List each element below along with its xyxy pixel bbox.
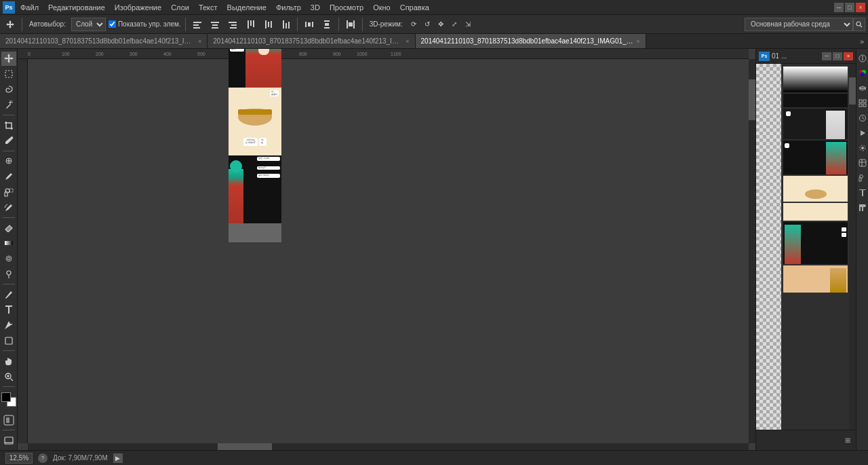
- quick-mask-button[interactable]: [1, 413, 16, 427]
- tab-1[interactable]: 20140412110103_8701837513d8bdb01efbac4ae…: [208, 34, 415, 48]
- svg-rect-13: [268, 22, 269, 27]
- align-left-button[interactable]: [190, 17, 205, 32]
- menu-window[interactable]: Окно: [369, 2, 395, 13]
- auto-select-dropdown[interactable]: Слой: [71, 18, 106, 31]
- zoom-input[interactable]: 12,5%: [5, 453, 33, 464]
- lasso-tool-button[interactable]: [1, 83, 16, 97]
- text-tool-button[interactable]: [1, 303, 16, 317]
- 3d-roll-button[interactable]: ↺: [422, 17, 433, 32]
- 3d-pan-button[interactable]: ✥: [435, 17, 446, 32]
- panel-6-icon[interactable]: [857, 126, 868, 140]
- thumb-8: [783, 265, 848, 293]
- brush-tool-button[interactable]: [1, 170, 16, 184]
- 3d-slide-button[interactable]: ⤢: [449, 17, 460, 32]
- tab-2[interactable]: 20140412110103_8701837513d8bdb01efbac4ae…: [416, 34, 646, 48]
- svg-rect-4: [212, 24, 218, 26]
- zoom-help-button[interactable]: ?: [38, 453, 47, 463]
- panel-11-icon[interactable]: [857, 201, 868, 215]
- screen-mode-button[interactable]: [1, 433, 16, 447]
- show-transform-label: Показать упр. элем.: [118, 20, 181, 28]
- crop-tool-button[interactable]: [1, 118, 16, 132]
- v-scrollbar-thumb[interactable]: [749, 79, 755, 120]
- menu-layers[interactable]: Слои: [167, 2, 193, 13]
- color-swatch[interactable]: [1, 392, 16, 407]
- workspace-search-button[interactable]: [853, 18, 865, 31]
- menu-image[interactable]: Изображение: [111, 2, 165, 13]
- panel-icon-1[interactable]: ⊞: [842, 435, 853, 446]
- tab-2-close[interactable]: ×: [636, 38, 639, 45]
- panel-close-button[interactable]: ×: [844, 52, 853, 60]
- tab-1-close[interactable]: ×: [406, 38, 409, 45]
- tab-0[interactable]: 20140412110103_8701837513d8bdb01efbac4ae…: [0, 34, 208, 48]
- minimize-button[interactable]: ─: [834, 3, 844, 12]
- tab-0-close[interactable]: ×: [198, 38, 201, 45]
- v-scrollbar[interactable]: [749, 59, 755, 443]
- hand-tool-button[interactable]: [1, 354, 16, 368]
- panel-vscrollbar[interactable]: [849, 64, 856, 430]
- workspace-dropdown[interactable]: Основная рабочая среда: [745, 18, 853, 31]
- h-scrollbar-thumb[interactable]: [218, 443, 272, 450]
- shape-tool-button[interactable]: [1, 334, 16, 348]
- align-center-button[interactable]: [208, 17, 222, 32]
- menu-filter[interactable]: Фильтр: [272, 2, 305, 13]
- panel-minimize-button[interactable]: ─: [822, 52, 831, 60]
- align-bottom-button[interactable]: [278, 17, 293, 32]
- panel-5-icon[interactable]: [857, 111, 868, 125]
- 3d-rotate-button[interactable]: ⟳: [408, 17, 419, 32]
- panel-10-icon[interactable]: [857, 186, 868, 200]
- path-select-button[interactable]: [1, 318, 16, 333]
- panel-vscrollbar-thumb[interactable]: [849, 77, 856, 105]
- workspace-area: Основная рабочая среда: [745, 18, 865, 31]
- h-scrollbar[interactable]: [28, 443, 749, 450]
- align-right-button[interactable]: [225, 17, 240, 32]
- menu-view[interactable]: Просмотр: [326, 2, 368, 13]
- rect-select-tool-button[interactable]: [1, 67, 16, 81]
- panel-7-icon[interactable]: [857, 141, 868, 155]
- panel-3-icon[interactable]: [857, 81, 868, 95]
- heal-tool-button[interactable]: [1, 154, 16, 168]
- maximize-button[interactable]: □: [845, 3, 854, 12]
- menu-edit[interactable]: Редактирование: [44, 2, 109, 13]
- doc-info-arrow[interactable]: ▶: [113, 453, 123, 463]
- blur-tool-button[interactable]: [1, 252, 16, 266]
- svg-line-33: [11, 100, 12, 102]
- panel-content: ··· ··· ··· ···: [756, 64, 856, 430]
- eyedropper-tool-button[interactable]: [1, 134, 16, 148]
- canvas-area[interactable]: 0 100 200 300 400 500 600 700 800 900 10…: [18, 49, 755, 450]
- show-transform-check[interactable]: [108, 20, 116, 28]
- show-transform-checkbox[interactable]: Показать упр. элем.: [108, 20, 181, 28]
- move-tool-icon[interactable]: [3, 17, 18, 32]
- svg-rect-61: [863, 104, 866, 107]
- panel-maximize-button[interactable]: □: [833, 52, 842, 60]
- foreground-color-swatch[interactable]: [1, 392, 11, 402]
- thumb-5: [783, 176, 848, 202]
- history-brush-button[interactable]: [1, 200, 16, 215]
- eraser-tool-button[interactable]: [1, 221, 16, 235]
- align-top-button[interactable]: [243, 17, 258, 32]
- zoom-tool-button[interactable]: [1, 369, 16, 384]
- align-middle-button[interactable]: [260, 17, 275, 32]
- panel-8-icon[interactable]: [857, 156, 868, 170]
- menu-file[interactable]: Файл: [16, 2, 43, 13]
- panel-5-text: 잠깐 기다려 뭐가요? 같이 먹어요: [256, 155, 281, 223]
- menu-select[interactable]: Выделение: [223, 2, 271, 13]
- distribute-v-button[interactable]: [319, 17, 334, 32]
- move-tool-button[interactable]: [1, 52, 16, 66]
- tab-scroll-arrow[interactable]: »: [856, 34, 868, 48]
- close-button[interactable]: ×: [856, 3, 865, 12]
- menu-help[interactable]: Справка: [396, 2, 433, 13]
- panel-1-icon[interactable]: [857, 52, 868, 65]
- distribute-h-button[interactable]: [302, 17, 317, 32]
- panel-2-icon[interactable]: [857, 67, 868, 80]
- menu-text[interactable]: Текст: [195, 2, 222, 13]
- magic-wand-tool-button[interactable]: [1, 98, 16, 112]
- dodge-tool-button[interactable]: [1, 267, 16, 281]
- pen-tool-button[interactable]: [1, 287, 16, 301]
- panel-9-icon[interactable]: [857, 171, 868, 185]
- gradient-tool-button[interactable]: [1, 236, 16, 250]
- menu-3d[interactable]: 3D: [307, 2, 324, 13]
- clone-tool-button[interactable]: [1, 185, 16, 199]
- panel-4-icon[interactable]: [857, 96, 868, 110]
- distribute-spacing-button[interactable]: [343, 17, 358, 32]
- 3d-scale-button[interactable]: ⇲: [462, 17, 473, 32]
